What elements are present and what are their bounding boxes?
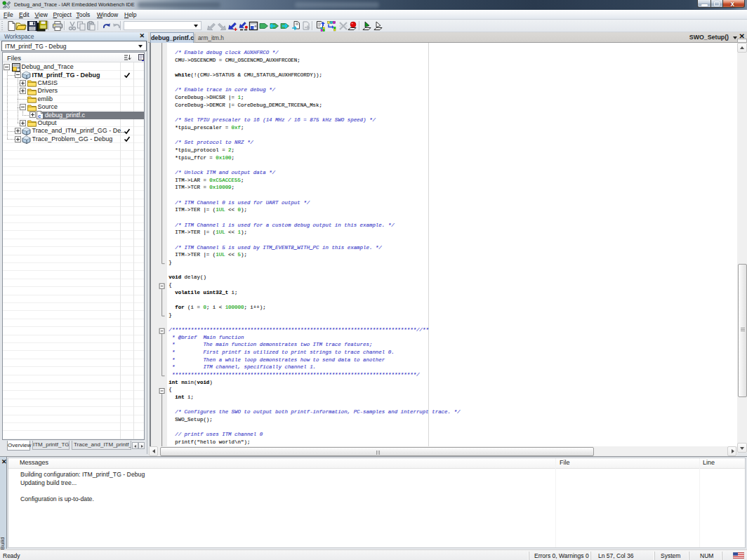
svg-text:c: c xyxy=(38,113,41,119)
